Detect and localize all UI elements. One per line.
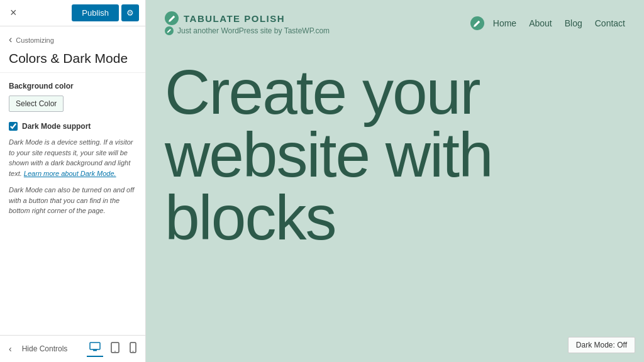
- device-buttons: [87, 341, 139, 357]
- preview-area: TABULATE POLISH Just another WordPress s…: [146, 0, 644, 362]
- svg-point-6: [133, 351, 134, 352]
- top-bar: × Publish ⚙: [0, 0, 145, 26]
- breadcrumb-label: Customizing: [16, 36, 54, 44]
- publish-area: Publish ⚙: [72, 4, 139, 21]
- site-header: TABULATE POLISH Just another WordPress s…: [146, 0, 644, 41]
- publish-button[interactable]: Publish: [72, 4, 119, 21]
- logo-icon: [165, 11, 179, 25]
- nav-edit-icon: [470, 16, 484, 30]
- close-button[interactable]: ×: [6, 5, 21, 21]
- learn-more-link[interactable]: Learn more about Dark Mode.: [24, 170, 116, 177]
- dark-mode-description2: Dark Mode can also be turned on and off …: [9, 185, 136, 216]
- nav-contact[interactable]: Contact: [595, 18, 625, 28]
- select-color-button[interactable]: Select Color: [9, 96, 64, 112]
- svg-point-4: [114, 351, 116, 352]
- bg-color-label: Background color: [9, 82, 136, 90]
- breadcrumb-area: ‹ Customizing Colors & Dark Mode: [0, 26, 145, 73]
- pencil-small-icon: [167, 28, 172, 33]
- panel-content: Background color Select Color Dark Mode …: [0, 73, 145, 335]
- customizer-panel: × Publish ⚙ ‹ Customizing Colors & Dark …: [0, 0, 146, 362]
- bottom-bar: ‹ Hide Controls: [0, 335, 145, 362]
- svg-rect-0: [90, 343, 100, 349]
- site-logo-area: TABULATE POLISH Just another WordPress s…: [165, 11, 330, 35]
- tablet-icon: [111, 342, 119, 353]
- site-tagline-row: Just another WordPress site by TasteWP.c…: [165, 26, 330, 35]
- tablet-view-button[interactable]: [108, 341, 122, 357]
- nav-pencil-icon: [473, 19, 481, 28]
- dark-mode-description1: Dark Mode is a device setting. If a visi…: [9, 137, 136, 178]
- svg-rect-1: [93, 350, 97, 351]
- hero-line2: website with: [165, 123, 625, 186]
- hide-controls-button[interactable]: Hide Controls: [22, 344, 68, 353]
- dark-mode-checkbox[interactable]: [9, 122, 18, 131]
- mobile-view-button[interactable]: [127, 341, 139, 357]
- dark-mode-label: Dark Mode support: [22, 122, 91, 131]
- mobile-icon: [130, 342, 136, 353]
- nav-home[interactable]: Home: [493, 18, 516, 28]
- desktop-icon: [89, 342, 101, 352]
- svg-rect-2: [92, 349, 97, 350]
- pencil-icon: [168, 14, 176, 23]
- hero-heading: Create your website with blocks: [165, 60, 625, 249]
- nav-area: Home About Blog Contact: [470, 16, 625, 30]
- site-tagline: Just another WordPress site by TasteWP.c…: [177, 26, 330, 35]
- site-name: TABULATE POLISH: [184, 13, 285, 24]
- nav-links: Home About Blog Contact: [493, 18, 625, 28]
- nav-blog[interactable]: Blog: [565, 18, 582, 28]
- section-title: Colors & Dark Mode: [9, 50, 136, 66]
- prev-button[interactable]: ‹: [6, 341, 14, 356]
- tagline-icon: [165, 26, 174, 35]
- hero-line1: Create your: [165, 60, 625, 123]
- desktop-view-button[interactable]: [87, 341, 103, 357]
- back-button[interactable]: ‹: [9, 34, 12, 45]
- dark-mode-row: Dark Mode support: [9, 122, 136, 131]
- dark-mode-badge[interactable]: Dark Mode: Off: [568, 337, 635, 353]
- hero-text: Create your website with blocks: [146, 41, 644, 249]
- nav-about[interactable]: About: [529, 18, 552, 28]
- hero-line3: blocks: [165, 186, 625, 249]
- settings-button[interactable]: ⚙: [121, 4, 139, 21]
- site-title-row: TABULATE POLISH: [165, 11, 285, 25]
